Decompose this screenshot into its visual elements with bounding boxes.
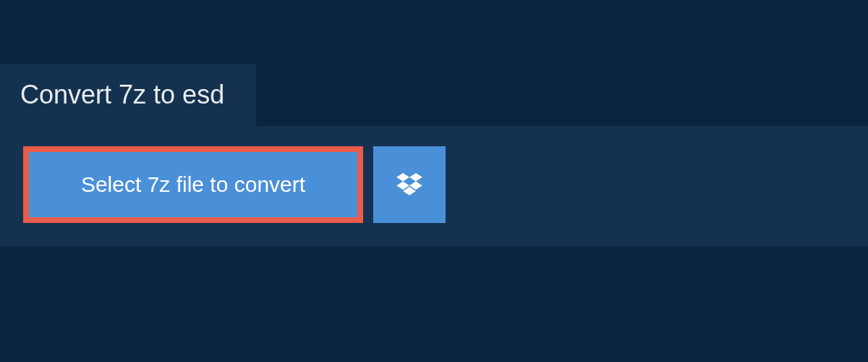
converter-panel: Select 7z file to convert [0, 126, 868, 246]
select-file-button[interactable]: Select 7z file to convert [23, 146, 363, 223]
action-row: Select 7z file to convert [23, 146, 845, 223]
dropbox-icon [396, 173, 422, 196]
dropbox-button[interactable] [373, 146, 446, 223]
tab-label: Convert 7z to esd [20, 80, 224, 109]
converter-widget: Convert 7z to esd Select 7z file to conv… [0, 0, 868, 246]
select-file-label: Select 7z file to convert [81, 172, 305, 197]
tab-convert[interactable]: Convert 7z to esd [0, 64, 256, 126]
